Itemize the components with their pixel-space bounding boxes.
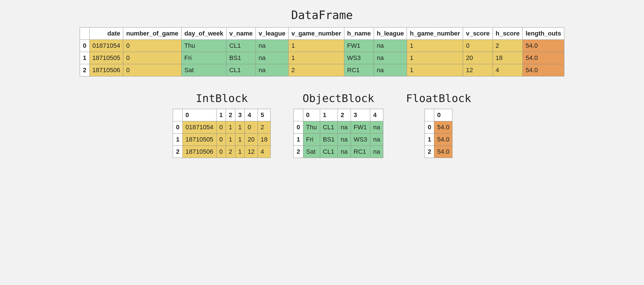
table-row: 054.0 <box>425 121 452 134</box>
cell: 12 <box>245 146 258 158</box>
dataframe-table: date number_of_game day_of_week v_name v… <box>80 27 564 76</box>
intblock-title: IntBlock <box>196 92 248 105</box>
cell: 54.0 <box>522 64 564 76</box>
cell: Sat <box>181 64 226 76</box>
table-row: 254.0 <box>425 146 452 158</box>
cell: 18 <box>493 52 522 64</box>
cell: 01871054 <box>89 40 123 52</box>
cell: Thu <box>181 40 226 52</box>
table-row: 2187105060SatCL1na2RC1na112454.0 <box>80 64 564 76</box>
intblock: IntBlock 012345 001871054011021187105050… <box>173 92 271 158</box>
col-head: 4 <box>245 109 258 121</box>
col-head: 0 <box>182 109 216 121</box>
col-head: 1 <box>216 109 226 121</box>
cell: 4 <box>258 146 270 158</box>
cell: 54.0 <box>434 121 452 134</box>
cell: 54.0 <box>434 146 452 158</box>
table-row: 2SatCL1naRC1na <box>294 146 383 158</box>
cell: 2 <box>288 64 344 76</box>
col-length-outs: length_outs <box>522 28 564 40</box>
row-index: 1 <box>80 52 89 64</box>
row-index: 2 <box>294 146 303 158</box>
col-v-score: v_score <box>463 28 493 40</box>
cell: WS3 <box>344 52 374 64</box>
cell: 18710506 <box>89 64 123 76</box>
cell: 1 <box>226 134 235 146</box>
cell: 1 <box>407 40 463 52</box>
cell: na <box>256 52 288 64</box>
cell: 2 <box>493 40 522 52</box>
intblock-body: 0018710540110211871050501120182187105060… <box>173 121 271 158</box>
cell: Sat <box>303 146 320 158</box>
cell: 20 <box>245 134 258 146</box>
col-head: 0 <box>434 109 452 121</box>
col-head: 1 <box>320 109 338 121</box>
table-row: 0018710540ThuCL1na1FW1na10254.0 <box>80 40 564 52</box>
col-h-name: h_name <box>344 28 374 40</box>
cell: RC1 <box>351 146 370 158</box>
table-row: 0ThuCL1naFW1na <box>294 121 383 134</box>
floatblock-table: 0 054.0154.0254.0 <box>425 109 452 158</box>
cell: CL1 <box>320 146 338 158</box>
row-index: 1 <box>173 134 182 146</box>
floatblock: FloatBlock 0 054.0154.0254.0 <box>406 92 471 158</box>
cell: 12 <box>463 64 493 76</box>
dataframe-table-wrap: date number_of_game day_of_week v_name v… <box>6 27 638 76</box>
cell: FW1 <box>351 121 370 134</box>
row-index: 0 <box>173 121 182 134</box>
col-day-of-week: day_of_week <box>181 28 226 40</box>
cell: BS1 <box>226 52 256 64</box>
cell: 0 <box>123 64 181 76</box>
cell: 0 <box>123 52 181 64</box>
cell: na <box>370 146 383 158</box>
cell: 1 <box>407 64 463 76</box>
cell: 1 <box>288 40 344 52</box>
table-row: 1187105050FriBS1na1WS3na1201854.0 <box>80 52 564 64</box>
col-head: 4 <box>370 109 383 121</box>
cell: 2 <box>258 121 270 134</box>
cell: 1 <box>226 121 235 134</box>
cell: CL1 <box>226 40 256 52</box>
col-date: date <box>89 28 123 40</box>
table-row: 154.0 <box>425 134 452 146</box>
cell: na <box>256 40 288 52</box>
corner-cell <box>425 109 434 121</box>
col-head: 2 <box>226 109 235 121</box>
cell: CL1 <box>320 121 338 134</box>
cell: Fri <box>303 134 320 146</box>
cell: na <box>338 134 351 146</box>
floatblock-body: 054.0154.0254.0 <box>425 121 452 158</box>
row-index: 2 <box>173 146 182 158</box>
cell: 1 <box>235 121 245 134</box>
cell: 2 <box>226 146 235 158</box>
cell: 1 <box>235 146 245 158</box>
cell: 0 <box>216 121 226 134</box>
table-row: 218710506021124 <box>173 146 271 158</box>
col-head: 2 <box>338 109 351 121</box>
cell: RC1 <box>344 64 374 76</box>
cell: 18710505 <box>89 52 123 64</box>
row-index: 0 <box>294 121 303 134</box>
cell: 0 <box>245 121 258 134</box>
cell: 20 <box>463 52 493 64</box>
col-h-league: h_league <box>374 28 407 40</box>
cell: 0 <box>216 146 226 158</box>
objectblock-header-row: 01234 <box>294 109 383 121</box>
cell: 1 <box>288 52 344 64</box>
objectblock-body: 0ThuCL1naFW1na1FriBS1naWS3na2SatCL1naRC1… <box>294 121 383 158</box>
cell: CL1 <box>226 64 256 76</box>
row-index: 1 <box>425 134 434 146</box>
col-v-game-number: v_game_number <box>288 28 344 40</box>
cell: 18710505 <box>182 134 216 146</box>
cell: 01871054 <box>182 121 216 134</box>
intblock-table: 012345 001871054011021187105050112018218… <box>173 109 271 158</box>
cell: 4 <box>493 64 522 76</box>
objectblock: ObjectBlock 01234 0ThuCL1naFW1na1FriBS1n… <box>293 92 383 158</box>
cell: Thu <box>303 121 320 134</box>
cell: 18710506 <box>182 146 216 158</box>
cell: 54.0 <box>522 40 564 52</box>
col-h-score: h_score <box>493 28 522 40</box>
cell: na <box>338 121 351 134</box>
cell: FW1 <box>344 40 374 52</box>
row-index: 0 <box>80 40 89 52</box>
